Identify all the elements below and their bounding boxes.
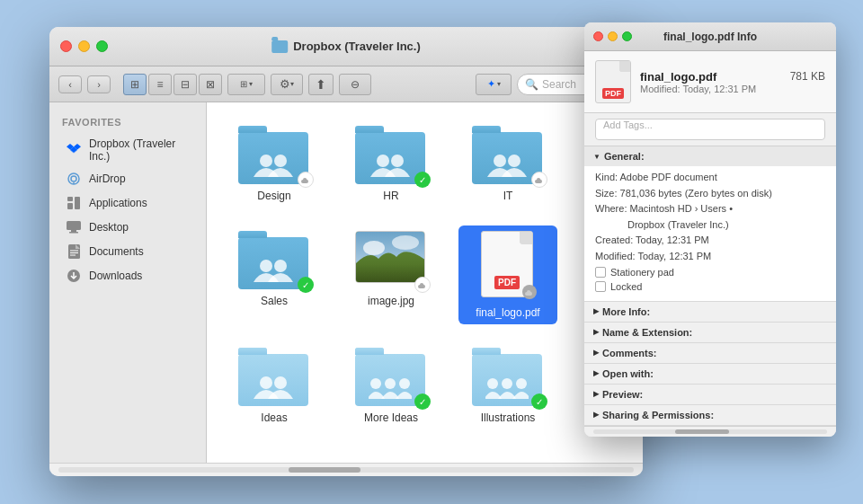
documents-icon bbox=[66, 243, 82, 260]
info-traffic-lights bbox=[593, 31, 632, 41]
sidebar-label-downloads: Downloads bbox=[89, 270, 142, 282]
illustrations-check-badge: ✓ bbox=[531, 393, 547, 410]
sidebar-label-airdrop: AirDrop bbox=[89, 172, 126, 185]
info-titlebar: final_logo.pdf Info bbox=[584, 22, 836, 51]
it-label: IT bbox=[503, 190, 513, 202]
locked-checkbox[interactable] bbox=[595, 281, 606, 292]
stationery-checkbox[interactable] bbox=[595, 267, 606, 278]
locked-label: Locked bbox=[610, 281, 642, 292]
info-tags: Add Tags... bbox=[584, 113, 836, 146]
svg-rect-7 bbox=[67, 203, 73, 209]
sales-folder-wrapper: ✓ bbox=[238, 231, 310, 289]
forward-button[interactable]: › bbox=[87, 75, 111, 93]
svg-rect-13 bbox=[68, 244, 80, 259]
open-with-section[interactable]: ▶ Open with: bbox=[584, 364, 836, 385]
file-item-more-ideas[interactable]: ✓ More Ideas bbox=[342, 342, 440, 429]
search-placeholder: Search bbox=[542, 78, 576, 91]
stationery-row: Stationery pad bbox=[595, 265, 825, 279]
info-minimize-button[interactable] bbox=[608, 31, 618, 41]
share-icon: ⬆ bbox=[316, 77, 326, 92]
more-ideas-label: More Ideas bbox=[364, 411, 418, 424]
sidebar-item-downloads[interactable]: Downloads bbox=[53, 264, 202, 287]
comments-triangle: ▶ bbox=[593, 349, 599, 357]
dropbox-button[interactable]: ✦ ▾ bbox=[476, 74, 512, 95]
toolbar: ‹ › ⊞ ≡ ⊟ ⊠ ⊞ ▾ bbox=[49, 66, 643, 102]
minimize-button[interactable] bbox=[78, 40, 90, 52]
tags-input[interactable]: Add Tags... bbox=[595, 119, 825, 140]
preview-triangle: ▶ bbox=[593, 390, 599, 398]
more-info-label: More Info: bbox=[602, 306, 650, 317]
grid-view-icon: ⊞ bbox=[130, 78, 139, 91]
file-item-final-logo[interactable]: PDF final_logo.pdf bbox=[458, 225, 557, 324]
share-button[interactable]: ⬆ bbox=[308, 74, 334, 95]
ideas-label: Ideas bbox=[261, 411, 287, 424]
sidebar-item-dropbox[interactable]: Dropbox (Traveler Inc.) bbox=[53, 134, 202, 166]
sharing-section[interactable]: ▶ Sharing & Permissions: bbox=[584, 405, 836, 426]
gear-dropdown-icon: ▾ bbox=[290, 80, 294, 88]
close-button[interactable] bbox=[60, 40, 72, 52]
grid-view-button[interactable]: ⊞ bbox=[123, 74, 147, 95]
titlebar-title: Dropbox (Traveler Inc.) bbox=[271, 40, 421, 53]
svg-point-23 bbox=[494, 155, 506, 167]
general-section-content: Kind: Adobe PDF document Size: 781,036 b… bbox=[584, 166, 836, 301]
list-view-icon: ≡ bbox=[156, 78, 163, 91]
info-scrollbar-track[interactable] bbox=[593, 429, 827, 434]
image-cloud-badge bbox=[414, 277, 431, 293]
file-item-sales[interactable]: ✓ Sales bbox=[225, 225, 324, 324]
maximize-button[interactable] bbox=[96, 40, 108, 52]
desktop-icon bbox=[66, 219, 82, 235]
sharing-triangle: ▶ bbox=[593, 411, 599, 419]
illustrations-label: Illustrations bbox=[481, 411, 536, 424]
list-view-button[interactable]: ≡ bbox=[148, 74, 172, 95]
file-item-design[interactable]: Design bbox=[225, 120, 324, 208]
sidebar-item-applications[interactable]: Applications bbox=[53, 191, 202, 215]
ideas-folder-wrapper bbox=[238, 348, 310, 406]
column-view-button[interactable]: ⊟ bbox=[173, 74, 197, 95]
sidebar-item-desktop[interactable]: Desktop bbox=[53, 216, 202, 239]
final-logo-label: final_logo.pdf bbox=[476, 306, 539, 319]
svg-point-31 bbox=[274, 376, 287, 389]
cover-view-button[interactable]: ⊠ bbox=[199, 74, 222, 95]
name-extension-section[interactable]: ▶ Name & Extension: bbox=[584, 323, 836, 343]
hr-folder-wrapper: ✓ bbox=[355, 126, 427, 184]
info-filesize: 781 KB bbox=[790, 70, 825, 83]
preview-label: Preview: bbox=[602, 389, 643, 400]
view-dropdown-button[interactable]: ⊞ ▾ bbox=[227, 74, 265, 95]
finder-window: Dropbox (Traveler Inc.) ‹ › ⊞ ≡ ⊟ bbox=[49, 27, 643, 476]
file-item-ideas[interactable]: Ideas bbox=[225, 342, 324, 429]
sidebar-item-documents[interactable]: Documents bbox=[53, 240, 202, 263]
scrollbar-track[interactable] bbox=[58, 467, 634, 473]
link-button[interactable]: ⊖ bbox=[339, 74, 371, 95]
comments-section[interactable]: ▶ Comments: bbox=[584, 343, 836, 364]
info-scrollbar-thumb[interactable] bbox=[675, 429, 729, 434]
more-info-section[interactable]: ▶ More Info: bbox=[584, 302, 836, 323]
svg-point-21 bbox=[377, 155, 389, 167]
gear-icon: ⚙ bbox=[280, 77, 290, 91]
info-close-button[interactable] bbox=[593, 31, 603, 41]
file-item-image[interactable]: image.jpg bbox=[342, 225, 440, 324]
design-cloud-badge bbox=[298, 172, 314, 188]
action-button[interactable]: ⚙ ▾ bbox=[271, 74, 303, 95]
svg-point-35 bbox=[487, 378, 498, 389]
general-section-header[interactable]: ▼ General: bbox=[584, 146, 836, 166]
back-button[interactable]: ‹ bbox=[58, 75, 82, 93]
svg-point-20 bbox=[274, 155, 287, 167]
sales-label: Sales bbox=[261, 295, 288, 307]
scrollbar-area bbox=[49, 463, 643, 476]
file-item-it[interactable]: IT bbox=[458, 120, 557, 208]
info-panel: final_logo.pdf Info PDF final_logo.pdf 7… bbox=[584, 22, 836, 437]
tags-placeholder: Add Tags... bbox=[603, 119, 653, 130]
preview-section[interactable]: ▶ Preview: bbox=[584, 385, 836, 405]
info-maximize-button[interactable] bbox=[622, 31, 632, 41]
scrollbar-thumb[interactable] bbox=[289, 467, 360, 473]
sidebar-label-applications: Applications bbox=[89, 197, 147, 209]
triangle-down-icon: ▼ bbox=[593, 153, 601, 161]
info-modified-detail: Modified: Today, 12:31 PM bbox=[595, 249, 825, 265]
info-title: final_logo.pdf Info bbox=[663, 31, 757, 43]
dropdown-arrow-icon: ▾ bbox=[249, 80, 253, 88]
svg-rect-11 bbox=[71, 230, 76, 232]
file-item-illustrations[interactable]: ✓ Illustrations bbox=[458, 342, 557, 429]
sidebar-item-airdrop[interactable]: AirDrop bbox=[53, 167, 202, 190]
comments-label: Comments: bbox=[602, 348, 657, 358]
file-item-hr[interactable]: ✓ HR bbox=[342, 120, 440, 208]
